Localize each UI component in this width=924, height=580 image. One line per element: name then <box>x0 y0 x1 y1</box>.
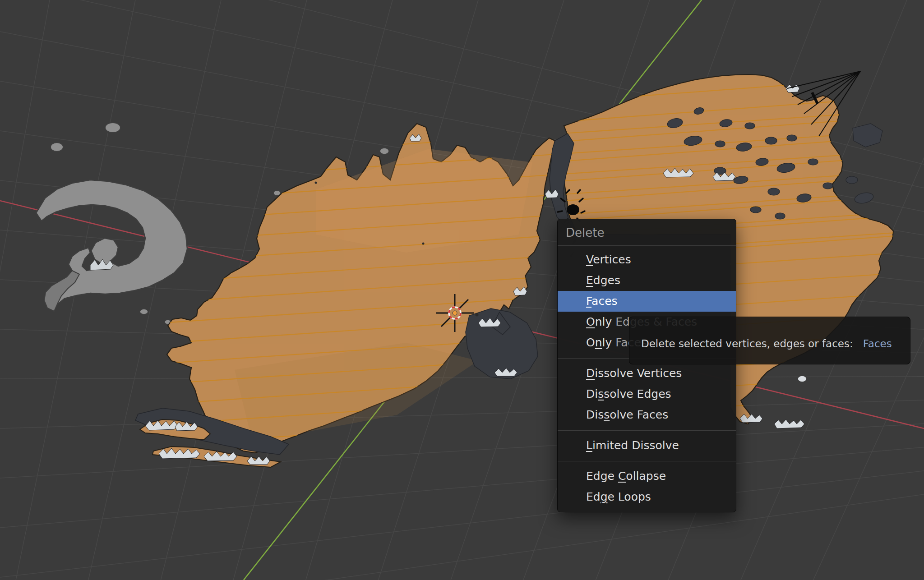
gray-islet[interactable] <box>105 123 120 133</box>
menu-item-edge-loops[interactable]: Edge Loops <box>558 487 736 507</box>
menu-title: Delete <box>558 219 736 245</box>
vertex-dot <box>422 243 425 245</box>
viewport-scene <box>0 0 924 580</box>
gray-islet[interactable] <box>140 309 148 314</box>
vertex-dot <box>315 182 317 184</box>
menu-separator <box>558 425 736 431</box>
menu-item-dissolve-edges[interactable]: Dissolve Edges <box>558 384 736 405</box>
menu-item-edge-collapse[interactable]: Edge Collapse <box>558 466 736 487</box>
menu-item-dissolve-vertices[interactable]: Dissolve Vertices <box>558 363 736 384</box>
tooltip-value: Faces <box>863 338 892 364</box>
menu-item-limited-dissolve[interactable]: Limited Dissolve <box>558 435 736 456</box>
menu-item-vertices[interactable]: Vertices <box>558 249 736 270</box>
gray-islet[interactable] <box>380 148 389 154</box>
vertex-dot <box>476 313 479 317</box>
tooltip-description: Delete selected vertices, edges or faces… <box>641 338 853 364</box>
menu-item-dissolve-faces[interactable]: Dissolve Faces <box>558 405 736 425</box>
blender-3d-viewport: Delete Vertices Edges Faces Only Edges &… <box>0 0 924 580</box>
menu-item-faces[interactable]: Faces <box>558 291 736 312</box>
gray-islet[interactable] <box>51 143 63 152</box>
cliff-decal <box>90 259 113 270</box>
white-islet[interactable] <box>798 376 807 382</box>
delete-context-menu: Delete Vertices Edges Faces Only Edges &… <box>557 219 736 512</box>
menu-separator <box>558 456 736 461</box>
tooltip: Delete selected vertices, edges or faces… <box>629 317 910 364</box>
menu-item-edges[interactable]: Edges <box>558 270 736 291</box>
